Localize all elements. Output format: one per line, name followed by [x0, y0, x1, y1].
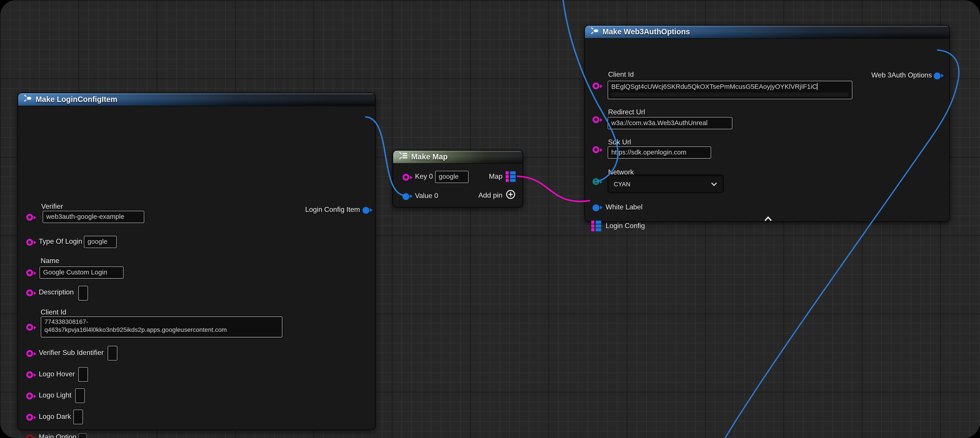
node-make-loginconfigitem[interactable]: Make LoginConfigItem Login Config Item V… — [18, 92, 375, 430]
pin-logo-light[interactable] — [26, 392, 33, 399]
pin-type-of-login[interactable] — [26, 239, 33, 245]
node-make-map[interactable]: Make Map Key 0 google Map Value 0 Add pi… — [393, 150, 523, 207]
chevron-down-icon — [711, 180, 718, 187]
graph-canvas[interactable]: Make LoginConfigItem Login Config Item V… — [0, 0, 980, 438]
node-header[interactable]: Make Web3AuthOptions — [585, 25, 949, 39]
text-cursor — [817, 83, 818, 90]
make-struct-icon — [590, 26, 599, 38]
pin-label-sdk-url: Sdk Url — [608, 138, 631, 146]
description-input[interactable] — [78, 286, 88, 301]
pin-logo-dark[interactable] — [26, 414, 33, 420]
node-make-web3authoptions[interactable]: Make Web3AuthOptions Web 3Auth Options C… — [584, 25, 950, 222]
network-dropdown-value: CYAN — [614, 180, 630, 187]
pin-label-redirect-url: Redirect Url — [608, 108, 645, 116]
make-struct-icon — [23, 94, 32, 105]
main-option-checkbox[interactable] — [78, 433, 87, 438]
wire-map-to-login-config[interactable] — [518, 176, 589, 201]
client-id-scrollbar[interactable] — [611, 92, 849, 97]
pin-label-map: Map — [489, 172, 503, 180]
pin-label-web3auth-options: Web 3Auth Options — [872, 71, 932, 79]
pin-login-config[interactable] — [591, 221, 601, 232]
pin-label-logo-light: Logo Light — [39, 391, 72, 399]
add-pin-plus-icon — [506, 190, 515, 201]
node-header[interactable]: Make Map — [393, 151, 522, 164]
pin-description[interactable] — [26, 289, 33, 296]
pin-label-logo-dark: Logo Dark — [39, 413, 71, 420]
pin-label-key-0: Key 0 — [415, 172, 433, 180]
pin-label-login-config: Login Config — [606, 222, 645, 229]
pin-label-verifier: Verifier — [41, 202, 63, 210]
client-id-input[interactable]: BEglQSgt4cUWcj6SKRdu5QkOXTsePmMcusG5EAoy… — [608, 81, 853, 99]
pin-label-verifier-sub-identifier: Verifier Sub Identifier — [39, 349, 104, 356]
logo-light-input[interactable] — [75, 388, 85, 403]
pin-verifier-sub-identifier[interactable] — [26, 350, 33, 357]
pin-sdk-url[interactable] — [593, 146, 600, 153]
pin-label-client-id: Client Id — [41, 308, 66, 316]
node-title: Make Map — [411, 153, 448, 161]
pin-label-type-of-login: Type Of Login — [39, 237, 82, 245]
pin-main-option[interactable] — [26, 434, 33, 438]
network-dropdown[interactable]: CYAN — [608, 175, 724, 193]
pin-logo-hover[interactable] — [26, 371, 33, 378]
name-input[interactable]: Google Custom Login — [40, 266, 124, 279]
pin-client-id[interactable] — [593, 82, 600, 89]
logo-hover-input[interactable] — [78, 367, 88, 382]
pin-label-name: Name — [41, 257, 59, 264]
node-header[interactable]: Make LoginConfigItem — [18, 93, 375, 106]
blueprint-editor: Make LoginConfigItem Login Config Item V… — [0, 0, 980, 438]
pin-out-web3auth-options[interactable] — [934, 72, 940, 79]
pin-label-white-label: White Label — [606, 203, 643, 211]
type-of-login-input[interactable]: google — [84, 236, 117, 248]
pin-label-description: Description — [39, 288, 74, 296]
pin-label-main-option: Main Option — [39, 433, 76, 438]
pin-value-0[interactable] — [402, 193, 409, 200]
pin-label-value-0: Value 0 — [415, 192, 438, 199]
verifier-sub-identifier-input[interactable] — [108, 346, 118, 360]
collapse-button[interactable] — [763, 213, 773, 220]
pin-out-login-config-item[interactable] — [363, 207, 369, 213]
client-id-input[interactable]: 774338308167- q463s7kpvja16l4l0kko3nb925… — [41, 316, 283, 338]
pin-name[interactable] — [26, 269, 33, 276]
pin-label-client-id: Client Id — [608, 70, 634, 78]
node-title: Make Web3AuthOptions — [603, 28, 690, 36]
pin-label-logo-hover: Logo Hover — [39, 370, 75, 378]
pin-out-map[interactable] — [506, 171, 515, 183]
pin-redirect-url[interactable] — [593, 116, 600, 123]
logo-dark-input[interactable] — [73, 409, 83, 424]
pin-client-id[interactable] — [26, 323, 33, 330]
pin-key-0[interactable] — [402, 174, 409, 180]
sdk-url-input[interactable]: https://sdk.openlogin.com — [608, 146, 711, 159]
add-pin-button[interactable]: Add pin — [479, 190, 516, 201]
pin-verifier[interactable] — [26, 213, 33, 220]
pin-white-label[interactable] — [593, 204, 600, 211]
pin-label-login-config-item: Login Config Item — [305, 205, 360, 213]
verifier-input[interactable]: web3auth-google-example — [43, 211, 145, 223]
redirect-url-input[interactable]: w3a://com.w3a.Web3AuthUnreal — [608, 117, 733, 129]
key-0-input[interactable]: google — [435, 171, 469, 183]
make-map-icon — [398, 151, 408, 163]
node-title: Make LoginConfigItem — [36, 95, 117, 104]
